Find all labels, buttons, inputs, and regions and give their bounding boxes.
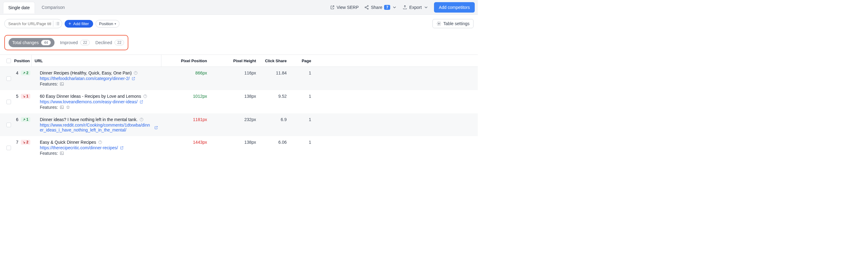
page-cell: 1 — [290, 70, 314, 86]
position-filter-select[interactable]: Position ▾ — [96, 20, 119, 28]
features-label: Features: — [40, 105, 58, 110]
position-delta: 2 — [21, 70, 30, 76]
position-delta: 2 — [21, 140, 30, 145]
view-serp-button[interactable]: View SERP — [330, 5, 359, 10]
total-changes-pill[interactable]: Total changes 44 — [8, 38, 55, 47]
search-input-wrapper — [4, 19, 62, 28]
add-filter-button[interactable]: Add filter — [65, 20, 93, 28]
improved-label: Improved — [60, 40, 78, 45]
result-url-link[interactable]: https://www.loveandlemons.com/easy-dinne… — [40, 99, 137, 104]
results-table: Position URL Pixel Position Pixel Height… — [0, 55, 478, 159]
help-icon — [133, 71, 138, 75]
table-settings-label: Table settings — [443, 21, 469, 26]
tab-comparison[interactable]: Comparison — [37, 2, 69, 13]
external-link-icon[interactable] — [120, 146, 124, 150]
external-link-icon — [330, 5, 335, 10]
table-settings-button[interactable]: Table settings — [432, 19, 473, 28]
position-filter-label: Position — [99, 22, 113, 26]
result-url-link[interactable]: https://thefoodcharlatan.com/category/di… — [40, 76, 129, 81]
click-share-cell: 6.06 — [259, 140, 290, 156]
position-delta: 1 — [21, 117, 30, 122]
plus-icon — [68, 22, 72, 26]
svg-point-11 — [61, 107, 62, 107]
select-all-checkbox[interactable] — [6, 59, 11, 63]
pixel-position-cell: 1181px — [161, 117, 210, 133]
position-cell: 42 — [13, 70, 40, 86]
svg-point-15 — [100, 143, 100, 143]
declined-count: 22 — [115, 40, 124, 45]
pixel-position-cell: 1443px — [161, 140, 210, 156]
header-click-share[interactable]: Click Share — [259, 59, 290, 63]
svg-point-13 — [142, 120, 142, 120]
table-row: 5160 Easy Dinner Ideas - Recipes by Love… — [0, 90, 478, 113]
row-checkbox[interactable] — [6, 146, 11, 150]
search-input[interactable] — [8, 22, 51, 26]
total-changes-label: Total changes — [12, 40, 39, 45]
chevron-down-icon — [424, 5, 429, 10]
result-title: Dinner ideas? I have nothing left in the… — [40, 117, 137, 122]
page-cell: 1 — [290, 117, 314, 133]
position-number: 4 — [14, 70, 19, 76]
export-button[interactable]: Export — [402, 5, 428, 10]
svg-rect-10 — [60, 106, 64, 109]
arrow-down-icon — [23, 141, 25, 144]
external-link-icon[interactable] — [131, 77, 135, 81]
pixel-height-cell: 138px — [210, 94, 259, 110]
export-label: Export — [409, 5, 422, 10]
chevron-down-icon — [392, 5, 397, 10]
click-share-cell: 6.9 — [259, 117, 290, 133]
external-link-icon[interactable] — [140, 100, 143, 104]
arrow-down-icon — [23, 95, 25, 98]
arrow-up-icon — [23, 72, 25, 75]
export-icon — [402, 5, 407, 10]
result-url-link[interactable]: https://www.reddit.com/r/Cooking/comment… — [40, 122, 152, 133]
features-line: Features: — [40, 151, 158, 156]
header-url[interactable]: URL — [31, 55, 161, 66]
result-title: 60 Easy Dinner Ideas - Recipes by Love a… — [40, 94, 141, 99]
row-checkbox[interactable] — [6, 76, 11, 81]
url-cell: Easy & Quick Dinner Recipes https://ther… — [40, 140, 161, 156]
svg-point-5 — [135, 74, 136, 74]
position-cell: 72 — [13, 140, 40, 156]
svg-rect-16 — [60, 152, 64, 154]
add-filter-label: Add filter — [73, 22, 89, 26]
features-line: Features: — [40, 105, 158, 110]
tab-single-date[interactable]: Single date — [3, 2, 35, 13]
table-row: 72Easy & Quick Dinner Recipes https://th… — [0, 136, 478, 159]
features-label: Features: — [40, 82, 58, 86]
result-url-link[interactable]: https://therecipecritic.com/dinner-recip… — [40, 145, 118, 150]
position-cell: 61 — [13, 117, 40, 133]
improved-count: 22 — [80, 40, 90, 45]
header-position[interactable]: Position — [13, 59, 31, 63]
row-checkbox[interactable] — [6, 100, 11, 104]
page-cell: 1 — [290, 94, 314, 110]
improved-pill[interactable]: Improved 22 — [60, 40, 90, 45]
row-checkbox[interactable] — [6, 122, 11, 127]
table-row: 61Dinner ideas? I have nothing left in t… — [0, 113, 478, 136]
share-icon — [364, 5, 369, 10]
image-icon — [60, 82, 64, 86]
share-button[interactable]: Share 7 — [364, 5, 397, 10]
position-delta: 1 — [21, 94, 30, 99]
header-pixel-position[interactable]: Pixel Position — [161, 55, 210, 66]
share-label: Share — [371, 5, 382, 10]
header-page[interactable]: Page — [290, 59, 314, 63]
svg-point-0 — [367, 5, 368, 6]
total-changes-count: 44 — [41, 40, 51, 45]
click-share-cell: 11.84 — [259, 70, 290, 86]
image-icon — [60, 151, 64, 155]
pixel-height-cell: 138px — [210, 140, 259, 156]
external-link-icon[interactable] — [154, 126, 158, 130]
declined-pill[interactable]: Declined 22 — [95, 40, 124, 45]
url-cell: Dinner ideas? I have nothing left in the… — [40, 117, 161, 133]
svg-rect-6 — [60, 82, 64, 85]
position-cell: 51 — [13, 94, 40, 110]
add-competitors-button[interactable]: Add competitors — [434, 2, 475, 12]
list-toggle-icon[interactable] — [55, 21, 60, 26]
caret-down-icon: ▾ — [115, 22, 116, 25]
header-pixel-height[interactable]: Pixel Height — [210, 59, 259, 63]
svg-point-3 — [438, 23, 439, 24]
declined-label: Declined — [95, 40, 112, 45]
changes-tab-row: Total changes 44 Improved 22 Declined 22 — [0, 32, 478, 55]
help-icon — [98, 140, 102, 144]
